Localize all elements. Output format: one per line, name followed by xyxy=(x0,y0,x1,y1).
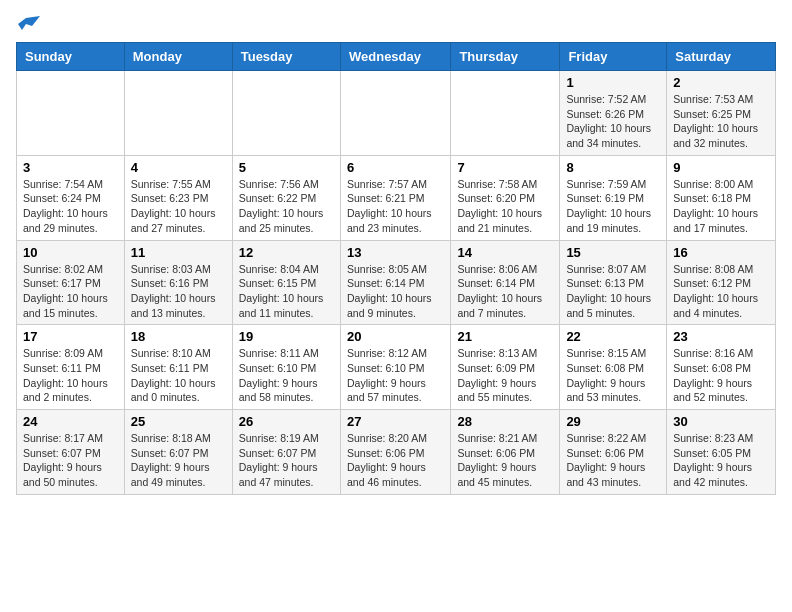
day-number: 1 xyxy=(566,75,660,90)
day-info: Sunrise: 8:08 AM Sunset: 6:12 PM Dayligh… xyxy=(673,262,769,321)
calendar-week-row: 1Sunrise: 7:52 AM Sunset: 6:26 PM Daylig… xyxy=(17,71,776,156)
day-info: Sunrise: 7:54 AM Sunset: 6:24 PM Dayligh… xyxy=(23,177,118,236)
calendar-cell: 27Sunrise: 8:20 AM Sunset: 6:06 PM Dayli… xyxy=(340,410,450,495)
day-number: 10 xyxy=(23,245,118,260)
calendar-cell: 24Sunrise: 8:17 AM Sunset: 6:07 PM Dayli… xyxy=(17,410,125,495)
day-info: Sunrise: 8:18 AM Sunset: 6:07 PM Dayligh… xyxy=(131,431,226,490)
day-number: 22 xyxy=(566,329,660,344)
header xyxy=(16,16,776,34)
day-number: 3 xyxy=(23,160,118,175)
day-number: 20 xyxy=(347,329,444,344)
day-info: Sunrise: 7:53 AM Sunset: 6:25 PM Dayligh… xyxy=(673,92,769,151)
calendar-cell: 19Sunrise: 8:11 AM Sunset: 6:10 PM Dayli… xyxy=(232,325,340,410)
calendar-cell: 7Sunrise: 7:58 AM Sunset: 6:20 PM Daylig… xyxy=(451,155,560,240)
calendar-cell: 12Sunrise: 8:04 AM Sunset: 6:15 PM Dayli… xyxy=(232,240,340,325)
calendar-cell: 8Sunrise: 7:59 AM Sunset: 6:19 PM Daylig… xyxy=(560,155,667,240)
day-info: Sunrise: 7:57 AM Sunset: 6:21 PM Dayligh… xyxy=(347,177,444,236)
logo xyxy=(16,16,42,34)
day-info: Sunrise: 7:52 AM Sunset: 6:26 PM Dayligh… xyxy=(566,92,660,151)
day-info: Sunrise: 8:12 AM Sunset: 6:10 PM Dayligh… xyxy=(347,346,444,405)
day-info: Sunrise: 8:03 AM Sunset: 6:16 PM Dayligh… xyxy=(131,262,226,321)
calendar-dow-tuesday: Tuesday xyxy=(232,43,340,71)
day-number: 23 xyxy=(673,329,769,344)
day-number: 19 xyxy=(239,329,334,344)
day-number: 18 xyxy=(131,329,226,344)
day-info: Sunrise: 8:23 AM Sunset: 6:05 PM Dayligh… xyxy=(673,431,769,490)
day-number: 5 xyxy=(239,160,334,175)
day-info: Sunrise: 8:20 AM Sunset: 6:06 PM Dayligh… xyxy=(347,431,444,490)
calendar-week-row: 17Sunrise: 8:09 AM Sunset: 6:11 PM Dayli… xyxy=(17,325,776,410)
day-info: Sunrise: 8:00 AM Sunset: 6:18 PM Dayligh… xyxy=(673,177,769,236)
calendar-cell xyxy=(124,71,232,156)
calendar-cell: 29Sunrise: 8:22 AM Sunset: 6:06 PM Dayli… xyxy=(560,410,667,495)
day-number: 28 xyxy=(457,414,553,429)
day-info: Sunrise: 8:11 AM Sunset: 6:10 PM Dayligh… xyxy=(239,346,334,405)
day-number: 17 xyxy=(23,329,118,344)
day-number: 15 xyxy=(566,245,660,260)
calendar-cell: 11Sunrise: 8:03 AM Sunset: 6:16 PM Dayli… xyxy=(124,240,232,325)
day-info: Sunrise: 7:58 AM Sunset: 6:20 PM Dayligh… xyxy=(457,177,553,236)
day-info: Sunrise: 8:19 AM Sunset: 6:07 PM Dayligh… xyxy=(239,431,334,490)
calendar-dow-sunday: Sunday xyxy=(17,43,125,71)
calendar-cell: 23Sunrise: 8:16 AM Sunset: 6:08 PM Dayli… xyxy=(667,325,776,410)
calendar-dow-saturday: Saturday xyxy=(667,43,776,71)
calendar-cell: 2Sunrise: 7:53 AM Sunset: 6:25 PM Daylig… xyxy=(667,71,776,156)
calendar-table: SundayMondayTuesdayWednesdayThursdayFrid… xyxy=(16,42,776,495)
day-number: 27 xyxy=(347,414,444,429)
calendar-cell: 30Sunrise: 8:23 AM Sunset: 6:05 PM Dayli… xyxy=(667,410,776,495)
day-info: Sunrise: 8:17 AM Sunset: 6:07 PM Dayligh… xyxy=(23,431,118,490)
calendar-cell xyxy=(451,71,560,156)
calendar-cell: 26Sunrise: 8:19 AM Sunset: 6:07 PM Dayli… xyxy=(232,410,340,495)
calendar-cell: 13Sunrise: 8:05 AM Sunset: 6:14 PM Dayli… xyxy=(340,240,450,325)
day-info: Sunrise: 7:56 AM Sunset: 6:22 PM Dayligh… xyxy=(239,177,334,236)
day-info: Sunrise: 8:21 AM Sunset: 6:06 PM Dayligh… xyxy=(457,431,553,490)
calendar-cell: 14Sunrise: 8:06 AM Sunset: 6:14 PM Dayli… xyxy=(451,240,560,325)
calendar-cell xyxy=(232,71,340,156)
day-info: Sunrise: 8:02 AM Sunset: 6:17 PM Dayligh… xyxy=(23,262,118,321)
day-info: Sunrise: 7:59 AM Sunset: 6:19 PM Dayligh… xyxy=(566,177,660,236)
logo-bird-icon xyxy=(18,16,40,34)
calendar-cell: 20Sunrise: 8:12 AM Sunset: 6:10 PM Dayli… xyxy=(340,325,450,410)
day-number: 24 xyxy=(23,414,118,429)
calendar-cell: 1Sunrise: 7:52 AM Sunset: 6:26 PM Daylig… xyxy=(560,71,667,156)
day-number: 25 xyxy=(131,414,226,429)
calendar-dow-thursday: Thursday xyxy=(451,43,560,71)
calendar-cell: 5Sunrise: 7:56 AM Sunset: 6:22 PM Daylig… xyxy=(232,155,340,240)
calendar-cell: 3Sunrise: 7:54 AM Sunset: 6:24 PM Daylig… xyxy=(17,155,125,240)
calendar-dow-wednesday: Wednesday xyxy=(340,43,450,71)
calendar-cell: 28Sunrise: 8:21 AM Sunset: 6:06 PM Dayli… xyxy=(451,410,560,495)
calendar-cell: 15Sunrise: 8:07 AM Sunset: 6:13 PM Dayli… xyxy=(560,240,667,325)
day-number: 9 xyxy=(673,160,769,175)
day-number: 16 xyxy=(673,245,769,260)
day-number: 8 xyxy=(566,160,660,175)
calendar-cell xyxy=(17,71,125,156)
day-number: 7 xyxy=(457,160,553,175)
day-info: Sunrise: 8:05 AM Sunset: 6:14 PM Dayligh… xyxy=(347,262,444,321)
calendar-cell xyxy=(340,71,450,156)
calendar-cell: 25Sunrise: 8:18 AM Sunset: 6:07 PM Dayli… xyxy=(124,410,232,495)
calendar-cell: 10Sunrise: 8:02 AM Sunset: 6:17 PM Dayli… xyxy=(17,240,125,325)
calendar-week-row: 24Sunrise: 8:17 AM Sunset: 6:07 PM Dayli… xyxy=(17,410,776,495)
calendar-cell: 16Sunrise: 8:08 AM Sunset: 6:12 PM Dayli… xyxy=(667,240,776,325)
day-info: Sunrise: 8:09 AM Sunset: 6:11 PM Dayligh… xyxy=(23,346,118,405)
calendar-week-row: 10Sunrise: 8:02 AM Sunset: 6:17 PM Dayli… xyxy=(17,240,776,325)
day-number: 30 xyxy=(673,414,769,429)
day-number: 26 xyxy=(239,414,334,429)
day-info: Sunrise: 8:10 AM Sunset: 6:11 PM Dayligh… xyxy=(131,346,226,405)
day-number: 29 xyxy=(566,414,660,429)
day-number: 2 xyxy=(673,75,769,90)
calendar-week-row: 3Sunrise: 7:54 AM Sunset: 6:24 PM Daylig… xyxy=(17,155,776,240)
calendar-cell: 9Sunrise: 8:00 AM Sunset: 6:18 PM Daylig… xyxy=(667,155,776,240)
svg-marker-0 xyxy=(26,16,40,26)
day-info: Sunrise: 8:07 AM Sunset: 6:13 PM Dayligh… xyxy=(566,262,660,321)
svg-marker-1 xyxy=(18,18,26,30)
day-number: 21 xyxy=(457,329,553,344)
calendar-dow-friday: Friday xyxy=(560,43,667,71)
day-number: 11 xyxy=(131,245,226,260)
day-number: 6 xyxy=(347,160,444,175)
day-info: Sunrise: 8:15 AM Sunset: 6:08 PM Dayligh… xyxy=(566,346,660,405)
day-info: Sunrise: 8:04 AM Sunset: 6:15 PM Dayligh… xyxy=(239,262,334,321)
calendar-cell: 18Sunrise: 8:10 AM Sunset: 6:11 PM Dayli… xyxy=(124,325,232,410)
calendar-cell: 17Sunrise: 8:09 AM Sunset: 6:11 PM Dayli… xyxy=(17,325,125,410)
day-number: 4 xyxy=(131,160,226,175)
